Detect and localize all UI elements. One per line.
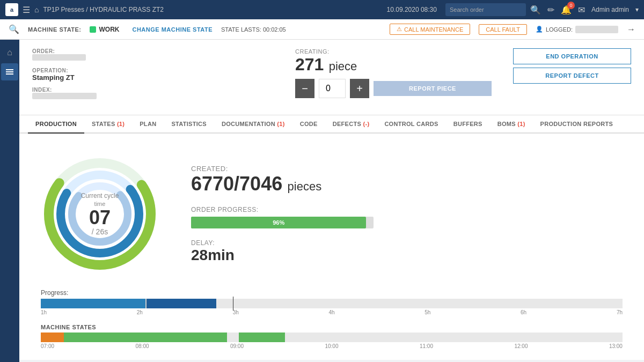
change-machine-state-button[interactable]: CHANGE MACHINE STATE bbox=[132, 26, 213, 33]
tab-states[interactable]: STATES (1) bbox=[84, 115, 132, 134]
machine-states-section: MACHINE STATES 07:00 08:00 09:00 10:00 1… bbox=[41, 324, 623, 349]
progress-bar-fill: 96% bbox=[191, 217, 366, 228]
search-input[interactable] bbox=[445, 3, 526, 16]
counter-section: − + REPORT PIECE bbox=[295, 79, 492, 98]
home-icon[interactable]: ⌂ bbox=[34, 5, 39, 14]
created-stat: CREATED: 6770/7046 pieces bbox=[191, 165, 623, 195]
creating-section: CREATING: 271 piece − + REPORT PIECE bbox=[295, 48, 492, 98]
tab-code[interactable]: CODE bbox=[292, 115, 325, 134]
created-label: CREATED: bbox=[191, 165, 623, 173]
timeline-hours: 1h 2h 3h 4h 5h 6h 7h bbox=[41, 309, 623, 315]
operation-value: Stamping ZT bbox=[32, 73, 97, 82]
admin-label: Admin admin bbox=[591, 6, 629, 13]
machine-states-bar bbox=[41, 333, 623, 342]
state-dot-green bbox=[90, 26, 96, 33]
order-progress-label: ORDER PROGRESS: bbox=[191, 206, 623, 213]
ms-gap bbox=[285, 333, 623, 342]
ms-segment-green1 bbox=[64, 333, 227, 342]
cycle-time-chart: Current cycle time 07 / 26s bbox=[41, 155, 159, 273]
machine-state-bar: 🔍 MACHINE STATE: WORK CHANGE MACHINE STA… bbox=[0, 19, 644, 40]
sidebar-icon-home[interactable]: ⌂ bbox=[1, 44, 18, 61]
user-icon: 👤 bbox=[536, 26, 543, 33]
timeline-gap bbox=[216, 299, 623, 308]
timeline-bar-wrapper bbox=[41, 299, 623, 308]
tab-statistics[interactable]: STATISTICS bbox=[164, 115, 214, 134]
machine-states-label: MACHINE STATES bbox=[41, 324, 623, 330]
cycle-max: / 26s bbox=[81, 227, 119, 236]
main-content: ORDER: OPERATION: Stamping ZT INDEX: CRE… bbox=[19, 40, 644, 362]
tab-boms[interactable]: BOMS (1) bbox=[490, 115, 533, 134]
order-header: ORDER: OPERATION: Stamping ZT INDEX: CRE… bbox=[19, 40, 644, 115]
hamburger-menu[interactable]: ☰ bbox=[23, 5, 30, 15]
call-maintenance-button[interactable]: ⚠ CALL MAINTENANCE bbox=[390, 24, 470, 35]
timeline-segment-2 bbox=[147, 299, 216, 308]
cycle-value: 07 bbox=[81, 208, 119, 227]
delay-section: DELAY: 28min bbox=[191, 239, 623, 264]
tab-production-reports[interactable]: PRODUCTION REPORTS bbox=[533, 115, 621, 134]
ms-segment-orange bbox=[41, 333, 64, 342]
tab-documentation[interactable]: DOCUMENTATION (1) bbox=[214, 115, 292, 134]
report-piece-button[interactable]: REPORT PIECE bbox=[374, 81, 492, 96]
logged-label: 👤 LOGGED: bbox=[536, 26, 618, 33]
stats-section: CREATED: 6770/7046 pieces ORDER PROGRESS… bbox=[191, 165, 623, 264]
sidebar: ⌂ bbox=[0, 40, 19, 362]
production-tab-content: Current cycle time 07 / 26s CREATED: 677… bbox=[19, 134, 644, 360]
call-fault-button[interactable]: CALL FAULT bbox=[479, 24, 527, 35]
chevron-down-icon[interactable]: ▾ bbox=[635, 6, 639, 13]
donut-center: Current cycle time 07 / 26s bbox=[81, 192, 119, 236]
tab-buffers[interactable]: BUFFERS bbox=[446, 115, 490, 134]
machine-search-icon[interactable]: 🔍 bbox=[9, 24, 19, 34]
breadcrumb: TP1P Presses / HYDRAULIC PRASS ZT2 bbox=[43, 6, 382, 13]
notifications-icon[interactable]: 🔔0 bbox=[561, 5, 572, 15]
svg-rect-1 bbox=[6, 71, 13, 72]
app-logo: a bbox=[5, 3, 18, 16]
tab-plan[interactable]: PLAN bbox=[132, 115, 164, 134]
logout-icon[interactable]: → bbox=[627, 25, 635, 34]
delay-value: 28min bbox=[191, 247, 623, 264]
progress-bar-container: 96% bbox=[191, 217, 374, 228]
progress-section: ORDER PROGRESS: 96% bbox=[191, 206, 623, 228]
report-defect-button[interactable]: REPORT DEFECT bbox=[513, 68, 631, 84]
timeline-label: Progress: bbox=[41, 289, 623, 297]
decrement-button[interactable]: − bbox=[295, 79, 314, 98]
main-layout: ⌂ ORDER: OPERATION: Stamping ZT INDEX: bbox=[0, 40, 644, 362]
creating-value: 271 piece bbox=[295, 55, 492, 75]
operation-label: OPERATION: bbox=[32, 68, 97, 73]
machine-state-value: WORK bbox=[90, 26, 119, 33]
tab-bar: PRODUCTION STATES (1) PLAN STATISTICS DO… bbox=[19, 115, 644, 134]
svg-rect-0 bbox=[6, 69, 13, 70]
tab-production[interactable]: PRODUCTION bbox=[28, 115, 84, 134]
creating-label: CREATING: bbox=[295, 48, 492, 55]
increment-button[interactable]: + bbox=[350, 79, 369, 98]
ms-segment-green2 bbox=[239, 333, 286, 342]
datetime-display: 10.09.2020 08:30 bbox=[387, 6, 437, 13]
mail-icon[interactable]: ✉ bbox=[578, 5, 585, 15]
logged-user-display bbox=[575, 26, 618, 33]
timeline-marker bbox=[233, 297, 233, 311]
machine-states-hours: 07:00 08:00 09:00 10:00 11:00 12:00 13:0… bbox=[41, 343, 623, 349]
end-operation-button[interactable]: END OPERATION bbox=[513, 48, 631, 64]
index-value bbox=[32, 93, 97, 101]
notification-badge: 0 bbox=[567, 2, 575, 9]
top-navigation: a ☰ ⌂ TP1P Presses / HYDRAULIC PRASS ZT2… bbox=[0, 0, 644, 19]
created-value: 6770/7046 pieces bbox=[191, 173, 623, 195]
order-info: ORDER: OPERATION: Stamping ZT INDEX: bbox=[32, 48, 97, 106]
warning-icon: ⚠ bbox=[397, 26, 402, 33]
timeline-bar bbox=[41, 299, 623, 308]
edit-icon[interactable]: ✏ bbox=[547, 5, 554, 15]
timeline-section: Progress: 1h 2h 3h 4h 5h 6h bbox=[41, 284, 623, 315]
action-buttons: END OPERATION REPORT DEFECT bbox=[513, 48, 631, 84]
sidebar-icon-production[interactable] bbox=[1, 63, 18, 80]
production-main: Current cycle time 07 / 26s CREATED: 677… bbox=[41, 144, 623, 284]
search-icon[interactable]: 🔍 bbox=[530, 5, 541, 15]
timeline-segment-1 bbox=[41, 299, 145, 308]
order-label: ORDER: bbox=[32, 48, 97, 54]
state-lasts-label: STATE LASTS: 00:02:05 bbox=[221, 26, 286, 33]
tab-defects[interactable]: DEFECTS (-) bbox=[325, 115, 377, 134]
order-number bbox=[32, 54, 97, 62]
counter-input[interactable] bbox=[319, 79, 346, 98]
machine-state-label: MACHINE STATE: bbox=[28, 26, 81, 33]
tab-control-cards[interactable]: CONTROL CARDS bbox=[377, 115, 445, 134]
delay-label: DELAY: bbox=[191, 239, 623, 247]
cycle-label: Current cycle bbox=[81, 192, 119, 201]
